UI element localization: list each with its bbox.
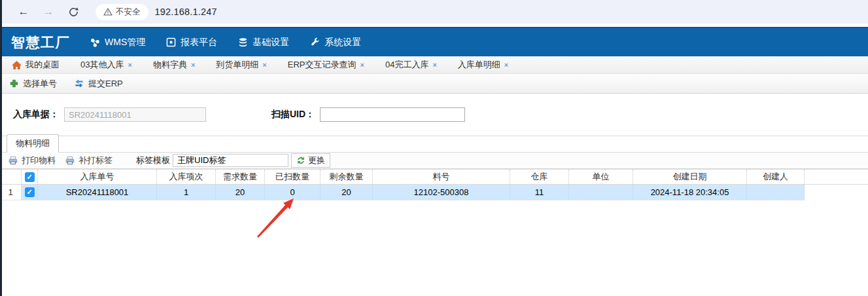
printer-icon [8,156,18,166]
tab-label: 物料字典 [153,59,187,71]
col-remaining-qty[interactable]: 剩余数量 [321,170,373,184]
tab-close-icon[interactable]: × [262,61,266,69]
menu-system-settings[interactable]: 系统设置 [310,37,361,48]
tab-close-icon[interactable]: × [191,61,195,69]
menu-wms-label: WMS管理 [105,37,145,48]
tab-label: ERP交互记录查询 [288,59,356,71]
col-warehouse[interactable]: 仓库 [510,170,569,184]
row-number: 1 [0,185,22,200]
detail-tabstrip: 物料明细 [0,136,868,153]
menu-wms[interactable]: WMS管理 [90,37,145,48]
tab-label: 入库单明细 [458,59,500,71]
col-created-date[interactable]: 创建日期 [633,170,747,184]
template-input[interactable] [173,154,288,167]
tab-label: 03其他入库 [80,59,124,71]
select-order-button[interactable]: 选择单号 [9,78,57,90]
header-filler [805,170,868,184]
database-icon [238,37,248,48]
tab-home-label: 我的桌面 [26,59,60,71]
reprint-label-button[interactable]: 补打标签 [65,155,113,166]
material-grid: ✓ 入库单号 入库项次 需求数量 已扫数量 剩余数量 料号 仓库 单位 创建日期… [0,169,868,200]
cell-line-no: 1 [157,185,216,200]
tab-close-icon[interactable]: × [432,61,436,69]
cell-warehouse: 11 [510,185,569,200]
cell-part-no: 12102-500308 [373,185,510,200]
app-logo: 智慧工厂 [11,33,70,52]
order-field-label: 入库单据： [13,109,59,120]
cell-scanned-qty: 0 [265,185,321,200]
select-order-label: 选择单号 [23,78,57,90]
tab-label: 到货单明细 [216,59,258,71]
print-material-label: 打印物料 [22,155,56,166]
header-form: 入库单据： 扫描UID： [0,94,868,136]
replace-template-button[interactable]: 更换 [291,153,330,168]
col-inbound-no[interactable]: 入库单号 [38,170,157,184]
browser-forward-icon[interactable]: → [41,5,56,18]
menu-reports[interactable]: 报表平台 [166,37,217,48]
tab-close-icon[interactable]: × [128,61,131,69]
cell-unit [569,185,633,200]
col-unit[interactable]: 单位 [569,170,633,184]
workspace-tabbar: 我的桌面 03其他入库 × 物料字典 × 到货单明细 × ERP交互记录查询 ×… [0,56,868,74]
col-required-qty[interactable]: 需求数量 [216,170,265,184]
col-line-no[interactable]: 入库项次 [157,170,216,184]
scan-uid-label: 扫描UID： [271,109,315,120]
table-row[interactable]: 1 ✓ SR20241118001 1 20 0 20 12102-500308… [0,185,868,200]
tab-finished-inbound[interactable]: 04完工入库 × [385,59,437,71]
replace-template-label: 更换 [308,155,325,166]
menu-reports-label: 报表平台 [181,37,217,48]
row-separator [0,200,805,200]
col-created-by[interactable]: 创建人 [747,170,805,184]
cell-required-qty: 20 [216,185,265,200]
header-select-all[interactable]: ✓ [22,170,38,184]
tab-material-detail[interactable]: 物料明细 [7,134,59,153]
tab-arrival-detail[interactable]: 到货单明细 × [216,59,266,71]
annotation-arrow [249,194,301,245]
grid-header-row: ✓ 入库单号 入库项次 需求数量 已扫数量 剩余数量 料号 仓库 单位 创建日期… [0,170,868,185]
home-icon [12,60,22,70]
row-checkbox[interactable]: ✓ [25,187,35,197]
browser-toolbar: ← → 不安全 192.168.1.247 [0,0,868,24]
tab-erp-log-query[interactable]: ERP交互记录查询 × [288,59,364,71]
print-material-button[interactable]: 打印物料 [8,155,56,166]
template-caption: 标签模板 [136,155,170,166]
security-chip-label: 不安全 [116,7,141,18]
warning-icon [103,7,113,16]
submit-erp-button[interactable]: 提交ERP [74,78,123,90]
add-icon [9,79,19,88]
tab-other-inbound[interactable]: 03其他入库 × [80,59,132,71]
menu-basic-settings[interactable]: 基础设置 [238,37,289,48]
detail-panel: 物料明细 打印物料 补打标签 标签模板 [0,136,868,200]
security-chip[interactable]: 不安全 [95,4,148,20]
cell-remaining-qty: 20 [321,185,373,200]
tab-close-icon[interactable]: × [360,61,364,69]
col-part-no[interactable]: 料号 [373,170,510,184]
address-bar-url[interactable]: 192.168.1.247 [155,7,217,17]
menu-system-settings-label: 系统设置 [324,37,361,48]
row-filler [805,185,868,200]
tab-label: 04完工入库 [385,59,428,71]
browser-reload-icon[interactable] [65,7,81,18]
tab-home[interactable]: 我的桌面 [12,59,60,71]
browser-back-icon[interactable]: ← [16,5,31,18]
cell-created-date: 2024-11-18 20:34:05 [633,185,747,200]
screen-left-edge [0,0,2,296]
header-rownum [0,170,22,184]
menu-basic-settings-label: 基础设置 [252,37,289,48]
tab-close-icon[interactable]: × [504,61,508,69]
cell-created-by [747,185,805,200]
submit-erp-label: 提交ERP [88,78,123,90]
monitor-icon [166,37,176,47]
col-scanned-qty[interactable]: 已扫数量 [265,170,321,184]
command-toolbar: 选择单号 提交ERP [0,74,868,94]
select-all-checkbox[interactable]: ✓ [25,172,35,182]
scan-uid-input[interactable] [320,107,465,122]
row-checkbox-cell[interactable]: ✓ [22,185,38,200]
wrench-icon [310,37,320,47]
label-toolbar: 打印物料 补打标签 标签模板 更换 [0,153,868,169]
tab-inbound-order-detail[interactable]: 入库单明细 × [458,59,508,71]
swap-arrows-icon [74,79,84,88]
tab-material-dict[interactable]: 物料字典 × [153,59,195,71]
share-nodes-icon [90,37,100,48]
cell-inbound-no: SR20241118001 [38,185,157,200]
